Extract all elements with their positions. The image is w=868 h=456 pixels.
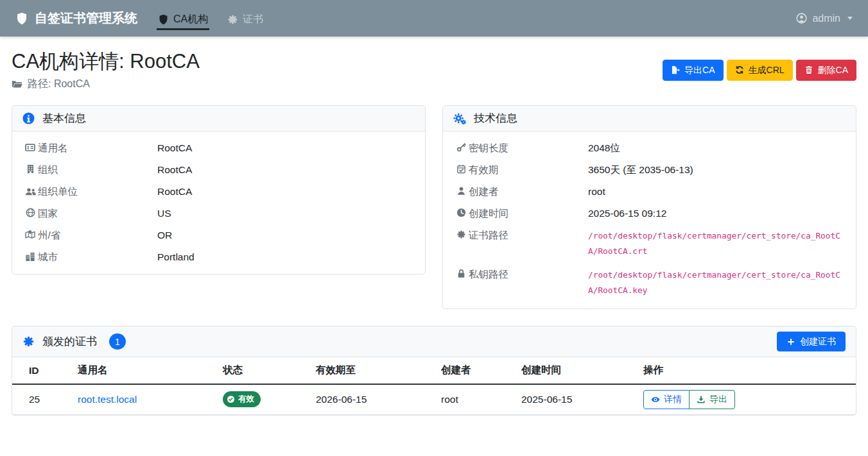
cell-actions: 详情 导出 xyxy=(636,384,856,414)
check-circle-icon xyxy=(227,395,235,403)
info-row-validity: 有效期 3650天 (至 2035-06-13) xyxy=(453,163,846,176)
col-status: 状态 xyxy=(215,357,308,384)
basic-info-card: 基本信息 通用名 RootCA 组织 RootCA xyxy=(12,105,426,274)
lock-icon xyxy=(453,269,469,278)
col-valid-until: 有效期至 xyxy=(308,357,433,384)
id-card-icon xyxy=(22,142,38,153)
info-row-key-path: 私钥路径 /root/desktop/flask/certmanager/cer… xyxy=(453,267,846,298)
info-row-creator: 创建者 root xyxy=(453,185,846,198)
issued-certs-card: 颁发的证书 1 创建证书 ID 通用名 状态 有效期至 创建者 xyxy=(12,326,856,415)
ca-actions: 导出CA 生成CRL 删除CA xyxy=(663,60,856,81)
col-common-name: 通用名 xyxy=(70,357,215,384)
nav-item-certificates[interactable]: 证书 xyxy=(226,10,265,30)
export-ca-button[interactable]: 导出CA xyxy=(663,60,723,81)
sync-icon xyxy=(735,65,744,74)
app-title: 自签证书管理系统 xyxy=(35,10,137,27)
info-circle-icon xyxy=(22,112,35,124)
certificate-icon xyxy=(22,335,35,348)
cogs-icon xyxy=(453,112,466,125)
generate-crl-button[interactable]: 生成CRL xyxy=(727,60,793,81)
cert-path-value: /root/desktop/flask/certmanager/cert_sto… xyxy=(588,228,846,259)
ca-path-label: 路径: RootCA xyxy=(28,78,90,91)
ca-path: 路径: RootCA xyxy=(12,78,200,91)
user-menu-dropdown[interactable]: admin xyxy=(796,13,853,24)
main-content: CA机构详情: RootCA 路径: RootCA 导出CA 生成CRL xyxy=(0,37,868,416)
user-circle-icon xyxy=(796,13,807,24)
info-row-common-name: 通用名 RootCA xyxy=(22,141,415,155)
card-title: 基本信息 xyxy=(42,111,86,126)
globe-icon xyxy=(22,208,38,217)
cell-created: 2025-06-15 xyxy=(514,384,636,414)
tech-info-card: 技术信息 密钥长度 2048位 有效期 3650天 (至 2035-06-13) xyxy=(442,105,856,309)
card-title: 颁发的证书 xyxy=(42,334,97,349)
cert-link[interactable]: root.test.local xyxy=(78,394,137,405)
calendar-check-icon xyxy=(453,164,469,174)
download-icon xyxy=(697,395,706,404)
building-icon xyxy=(22,164,38,174)
delete-ca-button[interactable]: 删除CA xyxy=(796,60,856,81)
info-row-organization: 组织 RootCA xyxy=(22,163,415,176)
table-header-row: ID 通用名 状态 有效期至 创建者 创建时间 操作 xyxy=(12,357,856,384)
info-row-key-length: 密钥长度 2048位 xyxy=(453,141,846,155)
map-marked-icon xyxy=(22,230,38,240)
key-path-value: /root/desktop/flask/certmanager/cert_sto… xyxy=(588,267,846,298)
certificate-icon xyxy=(453,230,469,239)
export-button[interactable]: 导出 xyxy=(689,390,735,409)
nav-item-label: 证书 xyxy=(243,13,263,26)
cell-id: 25 xyxy=(12,384,70,414)
create-cert-button[interactable]: 创建证书 xyxy=(777,332,846,351)
cell-creator: root xyxy=(433,384,514,414)
status-badge: 有效 xyxy=(223,391,261,407)
certificate-icon xyxy=(227,14,238,25)
info-row-state: 州/省 OR xyxy=(22,228,415,242)
eye-icon xyxy=(651,395,660,404)
page-title: CA机构详情: RootCA xyxy=(12,49,200,73)
nav-item-label: CA机构 xyxy=(173,13,208,26)
plus-icon xyxy=(786,337,795,346)
clock-icon xyxy=(453,208,469,217)
main-nav: CA机构 证书 xyxy=(157,0,265,37)
row-actions: 详情 导出 xyxy=(643,390,735,409)
col-creator: 创建者 xyxy=(433,357,514,384)
username-label: admin xyxy=(812,13,840,24)
cell-common-name: root.test.local xyxy=(70,384,215,414)
issued-certs-table: ID 通用名 状态 有效期至 创建者 创建时间 操作 25 root.test.… xyxy=(12,357,856,415)
card-title: 技术信息 xyxy=(474,111,517,126)
col-created: 创建时间 xyxy=(514,357,636,384)
tech-info-header: 技术信息 xyxy=(443,106,856,131)
cell-status: 有效 xyxy=(215,384,308,414)
info-row-org-unit: 组织单位 RootCA xyxy=(22,185,415,198)
nav-item-ca[interactable]: CA机构 xyxy=(157,10,209,30)
info-row-created-time: 创建时间 2025-06-15 09:12 xyxy=(453,207,846,220)
info-row-city: 城市 Portland xyxy=(22,250,415,264)
user-icon xyxy=(453,186,469,196)
issued-certs-header: 颁发的证书 1 创建证书 xyxy=(12,326,856,357)
col-actions: 操作 xyxy=(636,357,856,384)
detail-button[interactable]: 详情 xyxy=(643,390,690,409)
city-icon xyxy=(22,251,38,262)
info-row-country: 国家 US xyxy=(22,207,415,220)
trash-icon xyxy=(804,65,813,74)
users-icon xyxy=(22,186,38,197)
file-export-icon xyxy=(671,65,680,74)
cert-count-badge: 1 xyxy=(109,334,126,350)
navbar: 自签证书管理系统 CA机构 证书 admin xyxy=(0,0,868,37)
caret-down-icon xyxy=(847,17,853,20)
col-id: ID xyxy=(12,357,70,384)
shield-icon xyxy=(158,14,169,25)
folder-open-icon xyxy=(12,79,22,90)
key-icon xyxy=(453,142,469,152)
app-brand[interactable]: 自签证书管理系统 xyxy=(15,10,137,27)
shield-icon xyxy=(15,12,28,25)
info-row-cert-path: 证书路径 /root/desktop/flask/certmanager/cer… xyxy=(453,228,846,259)
cell-valid-until: 2026-06-15 xyxy=(308,384,433,414)
basic-info-header: 基本信息 xyxy=(12,106,425,131)
cert-table-row: 25 root.test.local 有效 2026-06-15 root xyxy=(12,384,856,414)
